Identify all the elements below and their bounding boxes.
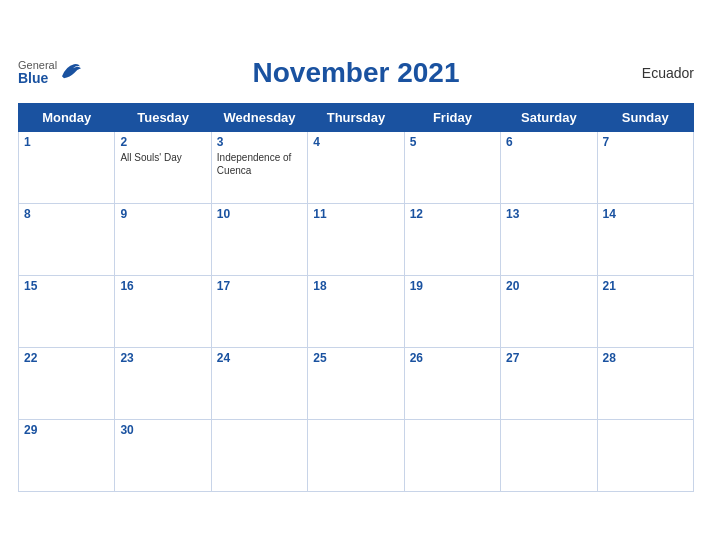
calendar-cell: 1 [19,131,115,203]
calendar-cell: 21 [597,275,693,347]
calendar-cell: 18 [308,275,404,347]
holiday-name: All Souls' Day [120,151,205,164]
day-number: 28 [603,351,688,365]
country-label: Ecuador [642,65,694,81]
day-number: 10 [217,207,302,221]
calendar-cell: 20 [501,275,597,347]
day-number: 5 [410,135,495,149]
calendar-cell: 28 [597,347,693,419]
calendar-cell: 2All Souls' Day [115,131,211,203]
calendar-cell: 26 [404,347,500,419]
day-number: 2 [120,135,205,149]
day-number: 6 [506,135,591,149]
col-monday: Monday [19,103,115,131]
calendar-cell: 8 [19,203,115,275]
day-number: 19 [410,279,495,293]
day-number: 22 [24,351,109,365]
day-number: 25 [313,351,398,365]
day-number: 1 [24,135,109,149]
calendar-cell: 13 [501,203,597,275]
calendar-cell: 14 [597,203,693,275]
day-number: 17 [217,279,302,293]
calendar-title: November 2021 [252,57,459,89]
logo-bird-icon [60,62,82,84]
calendar-body: 12All Souls' Day3Independence of Cuenca4… [19,131,694,491]
calendar-cell: 12 [404,203,500,275]
calendar-week-row: 891011121314 [19,203,694,275]
calendar-header: General Blue November 2021 Ecuador [18,51,694,95]
day-number: 4 [313,135,398,149]
col-saturday: Saturday [501,103,597,131]
calendar-cell: 19 [404,275,500,347]
day-number: 21 [603,279,688,293]
calendar-cell [404,419,500,491]
calendar-week-row: 12All Souls' Day3Independence of Cuenca4… [19,131,694,203]
calendar-cell: 23 [115,347,211,419]
calendar-cell: 10 [211,203,307,275]
header-row: Monday Tuesday Wednesday Thursday Friday… [19,103,694,131]
day-number: 23 [120,351,205,365]
day-number: 12 [410,207,495,221]
calendar-cell: 25 [308,347,404,419]
col-sunday: Sunday [597,103,693,131]
calendar-week-row: 15161718192021 [19,275,694,347]
day-number: 30 [120,423,205,437]
day-number: 24 [217,351,302,365]
day-number: 26 [410,351,495,365]
logo-blue-text: Blue [18,71,57,86]
col-wednesday: Wednesday [211,103,307,131]
calendar-cell: 27 [501,347,597,419]
day-number: 29 [24,423,109,437]
day-number: 16 [120,279,205,293]
day-number: 20 [506,279,591,293]
calendar-cell: 29 [19,419,115,491]
day-number: 3 [217,135,302,149]
day-number: 9 [120,207,205,221]
day-number: 7 [603,135,688,149]
day-number: 14 [603,207,688,221]
calendar-cell: 16 [115,275,211,347]
col-thursday: Thursday [308,103,404,131]
calendar-cell [501,419,597,491]
calendar-cell: 4 [308,131,404,203]
calendar-container: General Blue November 2021 Ecuador Monda… [0,41,712,510]
col-friday: Friday [404,103,500,131]
calendar-cell: 3Independence of Cuenca [211,131,307,203]
calendar-cell [308,419,404,491]
calendar-cell: 6 [501,131,597,203]
day-number: 11 [313,207,398,221]
calendar-cell: 9 [115,203,211,275]
col-tuesday: Tuesday [115,103,211,131]
calendar-cell: 30 [115,419,211,491]
logo-area: General Blue [18,59,82,86]
calendar-cell: 24 [211,347,307,419]
day-number: 27 [506,351,591,365]
calendar-cell: 22 [19,347,115,419]
calendar-cell: 17 [211,275,307,347]
day-number: 13 [506,207,591,221]
calendar-cell: 11 [308,203,404,275]
calendar-week-row: 22232425262728 [19,347,694,419]
day-number: 18 [313,279,398,293]
day-number: 8 [24,207,109,221]
holiday-name: Independence of Cuenca [217,151,302,177]
calendar-cell [597,419,693,491]
day-number: 15 [24,279,109,293]
calendar-week-row: 2930 [19,419,694,491]
calendar-cell: 15 [19,275,115,347]
calendar-cell: 7 [597,131,693,203]
calendar-cell: 5 [404,131,500,203]
calendar-cell [211,419,307,491]
calendar-table: Monday Tuesday Wednesday Thursday Friday… [18,103,694,492]
